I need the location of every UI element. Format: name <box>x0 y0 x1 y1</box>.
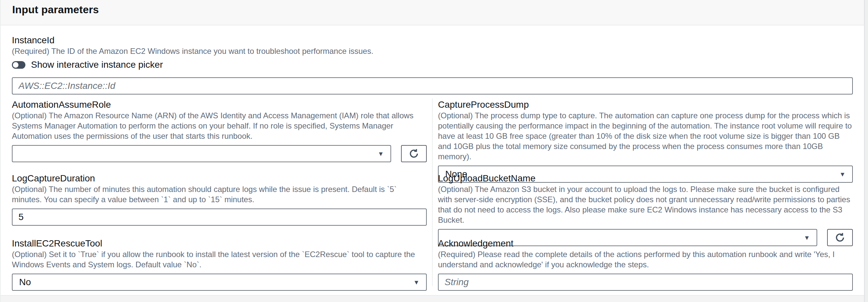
panel-content: InstanceId (Required) The ID of the Amaz… <box>1 25 864 295</box>
field-acknowledgement: Acknowledgement (Required) Please read t… <box>438 239 853 291</box>
logcaptureduration-label: LogCaptureDuration <box>12 173 427 183</box>
installec2rescuetool-select[interactable]: No ▼ <box>12 274 427 291</box>
acknowledgement-input[interactable] <box>438 274 853 291</box>
instance-picker-toggle-label: Show interactive instance picker <box>31 59 163 70</box>
instanceid-label: InstanceId <box>12 35 853 45</box>
acknowledgement-description: (Required) Please read the complete deta… <box>438 249 853 270</box>
field-logcaptureduration: LogCaptureDuration (Optional) The number… <box>12 173 427 239</box>
automationassumerole-refresh-button[interactable] <box>401 145 427 162</box>
refresh-icon <box>408 148 420 160</box>
loguploadbucketname-description: (Optional) The Amazon S3 bucket in your … <box>438 184 853 225</box>
panel-footer-strip <box>1 295 864 302</box>
panel-header: Input parameters <box>1 0 864 25</box>
logcaptureduration-description: (Optional) The number of minutes this au… <box>12 184 427 204</box>
automationassumerole-select[interactable]: ▼ <box>12 145 391 162</box>
input-parameters-panel: Input parameters InstanceId (Required) T… <box>0 0 865 302</box>
instance-picker-toggle-row: Show interactive instance picker <box>12 59 853 70</box>
captureprocessdump-description: (Optional) The process dump type to capt… <box>438 110 853 162</box>
installec2rescuetool-select-value: No <box>19 277 31 287</box>
field-captureprocessdump: CaptureProcessDump (Optional) The proces… <box>438 100 853 173</box>
instanceid-input[interactable] <box>12 77 853 94</box>
field-instanceid: InstanceId (Required) The ID of the Amaz… <box>12 35 853 94</box>
automationassumerole-label: AutomationAssumeRole <box>12 100 427 110</box>
installec2rescuetool-description: (Optional) Set it to `True` if you allow… <box>12 249 427 270</box>
parameter-grid: AutomationAssumeRole (Optional) The Amaz… <box>12 100 853 291</box>
caret-down-icon: ▼ <box>378 151 384 157</box>
field-loguploadbucketname: LogUploadBucketName (Optional) The Amazo… <box>438 173 853 239</box>
instanceid-description: (Required) The ID of the Amazon EC2 Wind… <box>12 46 853 56</box>
logcaptureduration-input[interactable] <box>12 209 427 226</box>
loguploadbucketname-label: LogUploadBucketName <box>438 173 853 183</box>
acknowledgement-label: Acknowledgement <box>438 239 853 248</box>
captureprocessdump-label: CaptureProcessDump <box>438 100 853 110</box>
panel-title: Input parameters <box>12 3 852 17</box>
installec2rescuetool-label: InstallEC2RescueTool <box>12 239 427 248</box>
caret-down-icon: ▼ <box>413 279 420 285</box>
automationassumerole-description: (Optional) The Amazon Resource Name (ARN… <box>12 110 427 141</box>
field-automationassumerole: AutomationAssumeRole (Optional) The Amaz… <box>12 100 427 173</box>
show-instance-picker-toggle[interactable] <box>12 61 25 69</box>
toggle-knob-icon <box>13 62 19 68</box>
field-installec2rescuetool: InstallEC2RescueTool (Optional) Set it t… <box>12 239 427 291</box>
